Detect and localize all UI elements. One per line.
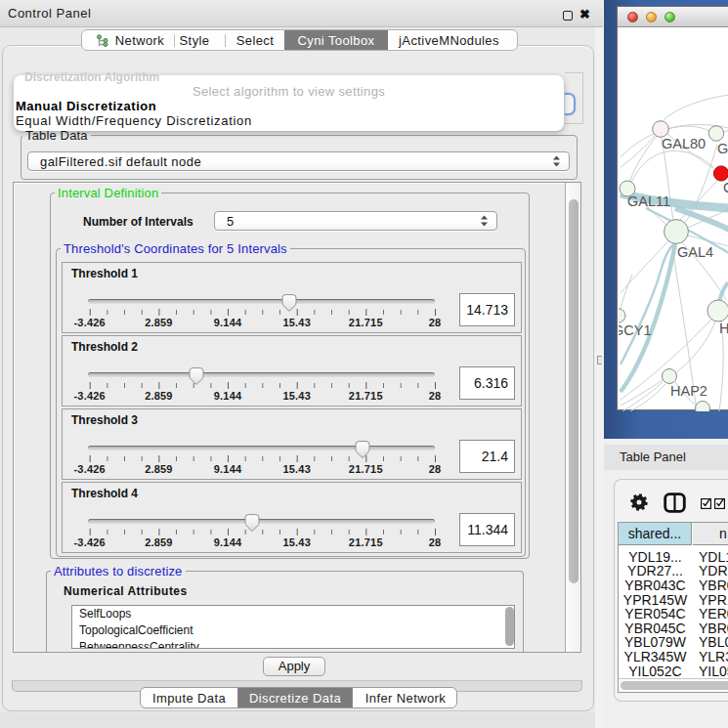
- svg-text:GAL11: GAL11: [627, 193, 670, 209]
- svg-text:GAL4: GAL4: [677, 244, 713, 260]
- svg-text:H: H: [719, 321, 728, 336]
- svg-text:GA: GA: [717, 141, 728, 156]
- svg-text:HAP2: HAP2: [670, 383, 707, 399]
- svg-text:GAL80: GAL80: [662, 136, 706, 151]
- svg-text:GCY1: GCY1: [619, 322, 652, 338]
- svg-text:C: C: [723, 180, 728, 195]
